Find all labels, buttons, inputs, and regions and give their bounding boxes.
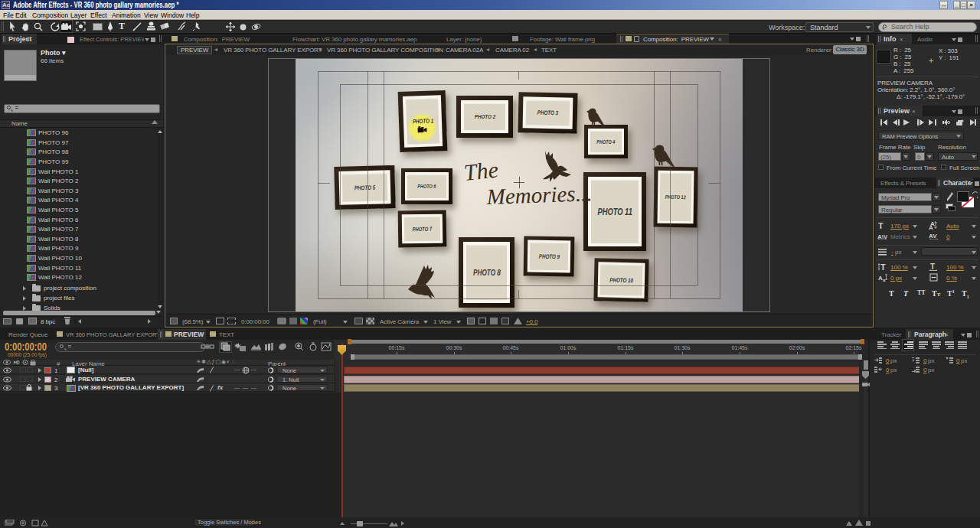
svg-text:Memories...: Memories... <box>485 181 593 209</box>
svg-text:The: The <box>462 156 499 185</box>
svg-text:AV: AV <box>929 233 937 240</box>
svg-text:a: a <box>883 278 886 282</box>
svg-text:A\V: A\V <box>877 233 887 240</box>
svg-text:T: T <box>880 262 886 271</box>
svg-text:A: A <box>929 224 933 230</box>
svg-text:T: T <box>930 262 935 271</box>
